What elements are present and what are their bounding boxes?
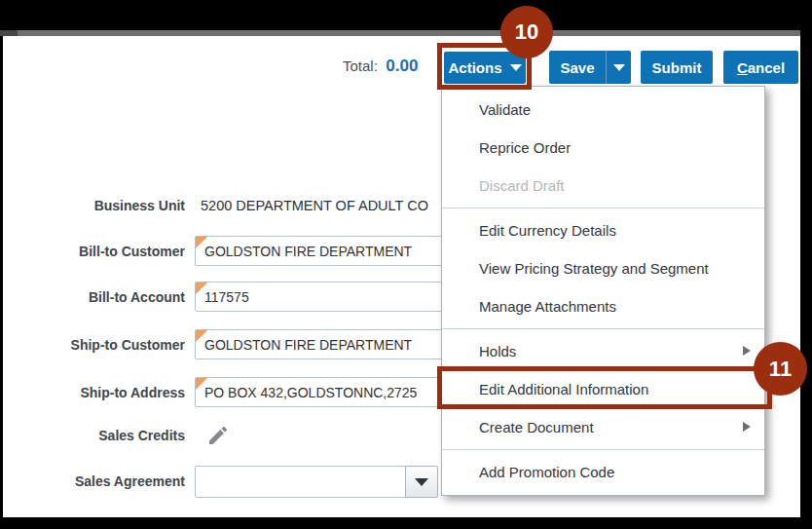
top-divider-strip [0,30,800,36]
menu-item-manage-attachments[interactable]: Manage Attachments [442,287,764,325]
total-value: 0.00 [386,57,418,75]
save-split-divider [606,51,607,84]
actions-menu: Validate Reprice Order Discard Draft Edi… [441,86,765,496]
business-unit-label: Business Unit [10,198,185,213]
ship-to-address-label: Ship-to Address [10,385,185,400]
pencil-icon [205,424,231,447]
sales-credits-edit-button[interactable] [205,424,231,447]
ship-to-customer-label: Ship-to Customer [10,337,185,353]
menu-item-edit-currency-details[interactable]: Edit Currency Details [442,211,764,249]
required-field-marker [196,237,207,248]
menu-item-view-pricing-strategy[interactable]: View Pricing Strategy and Segment [442,249,764,287]
cancel-button-label-accesskey: C [737,59,748,76]
ship-to-customer-input[interactable] [195,329,451,359]
bill-to-account-label: Bill-to Account [10,289,185,305]
top-divider-cap [0,30,18,36]
cancel-button[interactable]: Cancel [723,51,798,84]
sales-agreement-dropdown-button[interactable] [405,466,438,498]
submit-button[interactable]: Submit [641,51,713,84]
sales-agreement-label: Sales Agreement [10,473,185,489]
menu-separator [442,328,764,329]
bill-to-customer-label: Bill-to Customer [10,244,185,259]
menu-item-holds[interactable]: Holds [442,332,764,370]
order-total: Total: 0.00 [343,57,418,76]
save-button[interactable]: Save [549,51,606,84]
submit-button-label: Submit [652,59,702,76]
menu-item-create-document-label: Create Document [479,419,594,435]
callout-step-badge-10: 10 [500,6,553,58]
save-dropdown-button[interactable] [607,51,631,84]
menu-item-holds-label: Holds [479,343,516,359]
required-field-marker [196,330,207,342]
required-field-marker [196,283,207,294]
menu-item-reprice-order[interactable]: Reprice Order [442,129,764,167]
required-field-marker [196,378,207,390]
callout-step-badge-11: 11 [754,342,807,396]
menu-separator [442,449,764,450]
bill-to-customer-input[interactable] [195,236,451,266]
chevron-down-icon [415,478,428,486]
callout-rect-edit-additional-information [437,366,772,409]
menu-item-create-document[interactable]: Create Document [442,408,764,446]
app-window: Total: 0.00 Actions Save Submit Cancel B… [0,0,812,529]
ship-to-address-input[interactable] [195,377,451,407]
sales-credits-label: Sales Credits [10,428,185,443]
cancel-button-label: ancel [748,59,785,76]
chevron-right-icon [743,346,751,356]
menu-item-discard-draft: Discard Draft [442,167,764,205]
bill-to-account-input[interactable] [195,282,451,312]
business-unit-value: 5200 DEPARTMENT OF ADULT CO [201,198,442,213]
sales-agreement-input[interactable] [195,466,406,498]
save-button-label: Save [560,59,594,76]
chevron-down-icon [613,64,625,71]
menu-separator [442,208,764,208]
total-label: Total: [343,57,378,74]
chevron-right-icon [743,422,751,432]
menu-item-add-promotion-code[interactable]: Add Promotion Code [442,453,764,491]
menu-item-validate[interactable]: Validate [442,91,764,129]
